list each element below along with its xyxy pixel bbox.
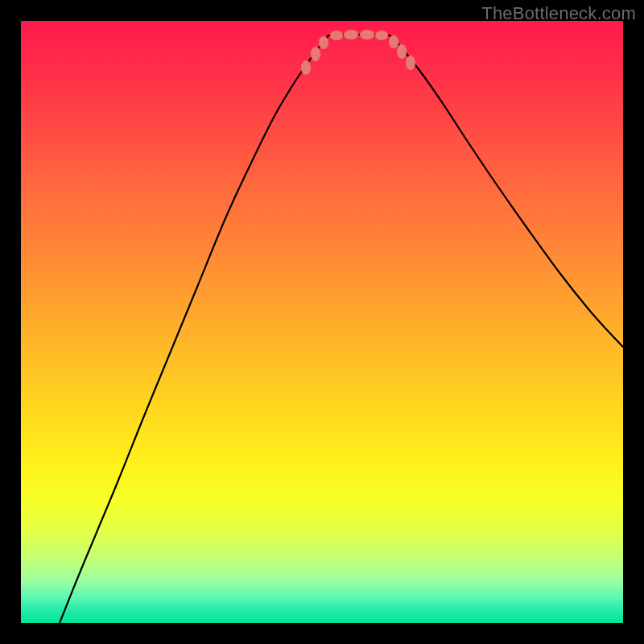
bottom-marker-5 bbox=[360, 30, 374, 39]
bottom-marker-2 bbox=[319, 36, 328, 49]
curve-right-curve bbox=[390, 35, 623, 347]
bottom-marker-9 bbox=[406, 56, 415, 70]
chart-frame: TheBottleneck.com bbox=[0, 0, 644, 644]
bottom-marker-6 bbox=[375, 31, 388, 40]
bottom-marker-7 bbox=[389, 35, 398, 48]
bottom-marker-3 bbox=[330, 31, 343, 40]
bottom-marker-1 bbox=[311, 47, 320, 61]
curve-left-curve bbox=[60, 35, 328, 623]
bottom-marker-8 bbox=[397, 44, 407, 59]
curve-layer bbox=[21, 21, 623, 623]
bottom-marker-4 bbox=[344, 30, 358, 39]
watermark-text: TheBottleneck.com bbox=[481, 3, 636, 24]
bottom-marker-0 bbox=[301, 60, 311, 75]
plot-area bbox=[21, 21, 623, 623]
